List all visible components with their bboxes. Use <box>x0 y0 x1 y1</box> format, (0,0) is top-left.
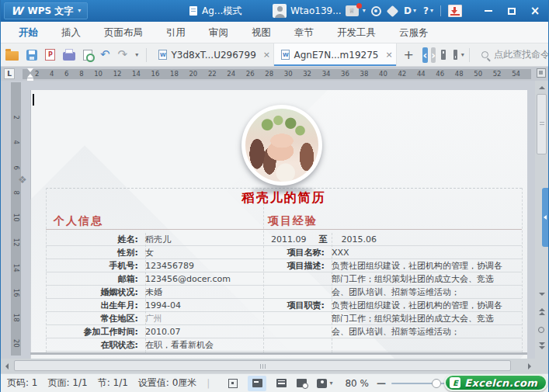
zoom-slider-handle[interactable] <box>432 379 441 388</box>
new-tab-button[interactable]: + <box>397 47 421 62</box>
previous-page-button[interactable] <box>535 308 548 315</box>
document-icon <box>189 6 197 16</box>
project-field-row[interactable]: 项目职责:负责社团组织建设，社团机构的管理，协调各部门工作；组织策划社团的成立大… <box>263 299 522 338</box>
field-value: 负责社团组织建设，社团机构的管理，协调各部门工作；组织策划社团的成立大会、竞选会… <box>332 299 506 338</box>
personal-info-heading[interactable]: 个人信息 <box>54 214 103 228</box>
chevron-down-icon[interactable]: ▾ <box>461 52 464 58</box>
vertical-ruler[interactable]: 2468101214161820 <box>11 82 21 356</box>
skin-icon[interactable] <box>387 5 399 17</box>
open-icon[interactable] <box>5 51 19 61</box>
task-pane-handle[interactable] <box>542 188 548 247</box>
close-icon[interactable]: × <box>263 50 270 60</box>
personal-field-row[interactable]: 出生年月:1994-04 <box>46 299 262 312</box>
tab-stop-selector[interactable]: L <box>4 68 15 79</box>
scroll-up-button[interactable] <box>535 82 548 92</box>
personal-field-row[interactable]: 在职状态:在职，看看新机会 <box>46 338 262 352</box>
wps-menu-button[interactable]: W WPS 文字 ▾ <box>4 2 88 19</box>
menu-tab[interactable]: 云服务 <box>387 22 440 43</box>
zoom-out-button[interactable]: — <box>377 378 386 389</box>
print-icon[interactable] <box>63 52 75 61</box>
account-area[interactable]: Wtao139... ♕ ▾ <box>273 0 366 22</box>
doc-mode-tab[interactable]: Ag...模式 <box>189 0 241 22</box>
menu-tab[interactable]: 章节 <box>283 22 325 43</box>
document-page[interactable]: 稻壳儿的简历 个人信息 项目经验 姓名:稻壳儿性别:女手机号:123456789… <box>30 90 527 359</box>
project-date-row[interactable]: 2011.09 至 2015.06 <box>263 233 522 246</box>
double-down-icon <box>539 346 545 349</box>
menu-tab[interactable]: 开发工具 <box>325 22 387 43</box>
personal-field-row[interactable]: 邮箱:123456@docer.com <box>46 272 262 286</box>
scroll-left-button[interactable] <box>2 359 12 373</box>
document-tab-2[interactable]: AgnE7N...m19275 × <box>274 43 397 66</box>
select-browse-object-button[interactable] <box>538 327 544 333</box>
export-pdf-icon[interactable] <box>45 49 55 61</box>
field-value: 负责社团组织建设，社团机构的管理，协调各部门工作；组织策划社团的成立大会、竞选会… <box>332 259 506 299</box>
arrange-window-icon[interactable] <box>453 50 457 60</box>
document-tab-1[interactable]: Y3d8xT...U296799 × <box>151 43 274 66</box>
excelcn-watermark-text: Excelcn.com <box>464 377 537 389</box>
chevron-down-icon[interactable]: ▾ <box>363 8 366 14</box>
vertical-scroll-thumb[interactable] <box>537 94 547 154</box>
chevron-down-icon: ▾ <box>413 8 416 14</box>
horizontal-scrollbar[interactable] <box>1 359 537 373</box>
reader-view-button[interactable]: ▾ <box>317 379 332 388</box>
close-icon[interactable]: × <box>385 50 392 60</box>
print-preview-icon[interactable] <box>83 50 92 61</box>
personal-field-row[interactable]: 姓名:稻壳儿 <box>46 233 262 246</box>
docer-menu[interactable]: D ▾ <box>404 5 416 16</box>
project-exp-heading[interactable]: 项目经验 <box>268 214 318 228</box>
project-field-row[interactable]: 项目名称:XXX <box>263 246 522 259</box>
minimize-button[interactable] <box>480 2 497 19</box>
divider: | <box>207 378 210 389</box>
feedback-icon[interactable] <box>371 6 381 16</box>
avatar[interactable] <box>273 4 287 18</box>
ruler-toggle-icon[interactable] <box>537 68 546 78</box>
close-button[interactable]: × <box>526 2 544 19</box>
ruler-number: 14 <box>3 262 28 272</box>
nav-back-button[interactable]: ‹ <box>422 47 428 63</box>
nav-forward-button[interactable]: › <box>431 47 436 63</box>
menu-tab[interactable]: 审阅 <box>197 22 240 43</box>
toolbar-more-icon[interactable]: ▾ <box>135 52 138 58</box>
menu-tab[interactable]: 开始 <box>7 22 50 43</box>
personal-field-row[interactable]: 婚姻状况:未婚 <box>46 286 262 299</box>
personal-field-row[interactable]: 性别:女 <box>46 246 262 259</box>
zoom-level[interactable]: 80 % <box>345 378 369 389</box>
scroll-right-button[interactable] <box>524 359 535 373</box>
fullscreen-view-icon[interactable] <box>228 379 238 388</box>
profile-photo[interactable] <box>241 105 322 186</box>
command-search[interactable]: 点此查找命令 <box>481 48 549 61</box>
table-move-handle[interactable]: ❖ <box>18 174 27 186</box>
web-view-icon[interactable] <box>297 379 307 387</box>
outline-view-icon[interactable] <box>276 379 287 387</box>
personal-field-row[interactable]: 手机号:123456789 <box>46 259 262 272</box>
project-field-row[interactable]: 项目描述:负责社团组织建设，社团机构的管理，协调各部门工作；组织策划社团的成立大… <box>263 259 522 299</box>
scroll-down-button[interactable] <box>535 289 548 299</box>
save-icon[interactable] <box>26 50 37 61</box>
excelcn-watermark: E Excelcn.com <box>444 374 547 391</box>
quick-toolbar: ↶ ↷ ▾ Y3d8xT...U296799 × AgnE7N...m19275… <box>1 43 549 67</box>
update-download-icon[interactable] <box>448 5 462 17</box>
member-crown-icon[interactable]: ♕ <box>346 5 359 16</box>
personal-field-row[interactable]: 常住地区:广州 <box>46 312 262 325</box>
first-line-indent-marker[interactable] <box>27 68 33 72</box>
next-page-button[interactable] <box>535 342 548 349</box>
left-indent-marker[interactable] <box>27 78 33 81</box>
page-view-button-active[interactable] <box>248 376 266 391</box>
menu-tab[interactable]: 引用 <box>155 22 197 43</box>
resume-title[interactable]: 稻壳儿的简历 <box>46 190 522 206</box>
hanging-indent-marker[interactable] <box>27 74 33 78</box>
menu-tab[interactable]: 视图 <box>240 22 283 43</box>
view-mode-buttons: ▾ <box>228 376 332 391</box>
help-menu[interactable]: ? ▾ <box>423 5 433 16</box>
horizontal-scroll-thumb[interactable] <box>14 360 511 371</box>
personal-field-row[interactable]: 参加工作时间:2010.07 <box>46 325 262 338</box>
menu-tab[interactable]: 页面布局 <box>92 22 155 43</box>
task-window-icon[interactable] <box>441 50 445 60</box>
redo-icon[interactable]: ↷ <box>118 49 128 61</box>
maximize-button[interactable] <box>503 2 520 19</box>
undo-icon[interactable]: ↶ <box>100 49 110 61</box>
field-label: 在职状态: <box>46 338 145 352</box>
menu-tab[interactable]: 插入 <box>50 22 92 43</box>
ruler-number: 52 <box>493 69 502 79</box>
ruler-band[interactable]: 2468101214161820222426283032343638404244… <box>23 69 531 79</box>
